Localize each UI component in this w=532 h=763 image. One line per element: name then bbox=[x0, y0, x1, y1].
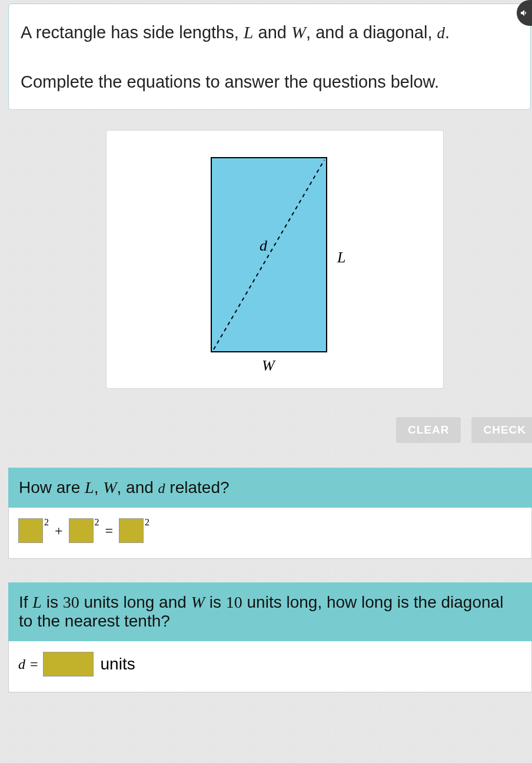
text: and bbox=[254, 23, 292, 42]
var-W: W bbox=[191, 593, 205, 611]
plus-sign: + bbox=[52, 523, 65, 539]
text: If bbox=[19, 593, 32, 611]
var-W: W bbox=[103, 478, 117, 497]
label-d: d bbox=[260, 237, 268, 254]
equals-sign: = bbox=[103, 523, 116, 539]
var-d: d bbox=[18, 657, 25, 672]
text: . bbox=[445, 23, 450, 42]
question-2: If L is 30 units long and W is 10 units … bbox=[8, 582, 532, 692]
text: related? bbox=[165, 478, 230, 497]
value-L: 30 bbox=[63, 593, 79, 611]
text: is bbox=[42, 593, 63, 611]
var-L: L bbox=[244, 22, 254, 42]
var-L: L bbox=[85, 478, 94, 497]
equation: 2 + 2 = 2 bbox=[18, 518, 149, 543]
var-L: L bbox=[32, 593, 42, 611]
exponent: 2 bbox=[145, 517, 149, 528]
text: How are bbox=[19, 478, 85, 497]
question-1: How are L, W, and d related? 2 + 2 = 2 bbox=[8, 468, 532, 559]
clear-button[interactable]: CLEAR bbox=[396, 417, 461, 443]
units-label: units bbox=[101, 655, 135, 674]
exponent: 2 bbox=[44, 517, 49, 528]
problem-line-2: Complete the equations to answer the que… bbox=[21, 71, 518, 94]
text: A rectangle has side lengths, bbox=[21, 23, 244, 42]
text: , and bbox=[117, 478, 158, 497]
equation-input-3[interactable] bbox=[119, 518, 144, 543]
problem-line-1: A rectangle has side lengths, L and W, a… bbox=[21, 21, 518, 44]
check-button[interactable]: CHECK bbox=[471, 417, 532, 443]
value-W: 10 bbox=[226, 593, 242, 611]
equals-sign: = bbox=[28, 657, 41, 672]
problem-statement: A rectangle has side lengths, L and W, a… bbox=[8, 4, 531, 110]
rectangle-shape bbox=[211, 158, 327, 352]
text: units long and bbox=[79, 593, 191, 611]
text: , and a diagonal, bbox=[306, 23, 437, 42]
equation-input-1[interactable] bbox=[18, 518, 43, 543]
question-1-body: 2 + 2 = 2 bbox=[8, 508, 532, 559]
rectangle-diagram: d L W bbox=[107, 131, 444, 389]
var-d: d bbox=[437, 24, 445, 42]
question-2-body: d = units bbox=[8, 641, 532, 692]
label-W: W bbox=[262, 357, 276, 374]
text: is bbox=[205, 593, 226, 611]
button-row: CLEAR CHECK bbox=[0, 417, 532, 443]
exponent: 2 bbox=[95, 517, 99, 528]
var-d: d bbox=[158, 481, 165, 496]
question-1-prompt: How are L, W, and d related? bbox=[8, 468, 532, 508]
label-L: L bbox=[337, 249, 345, 266]
figure: d L W bbox=[106, 130, 444, 389]
text: , bbox=[94, 478, 104, 497]
question-2-prompt: If L is 30 units long and W is 10 units … bbox=[8, 582, 532, 641]
var-W: W bbox=[291, 22, 306, 42]
answer-input-d[interactable] bbox=[43, 652, 94, 677]
equation-input-2[interactable] bbox=[69, 518, 94, 543]
